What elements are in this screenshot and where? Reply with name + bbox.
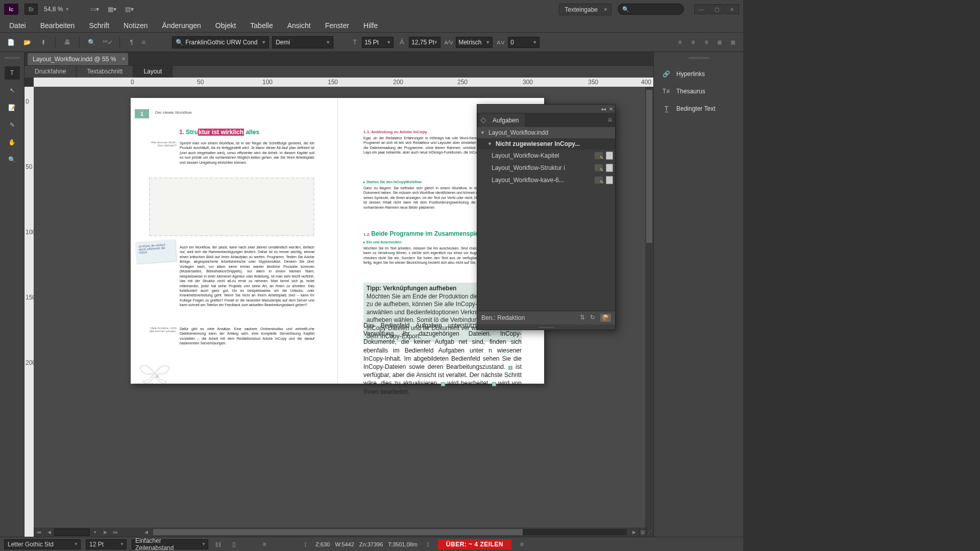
panel-label: Bedingter Text [676,105,716,112]
menu-ansicht[interactable]: Ansicht [280,19,318,32]
tab-druckfahne[interactable]: Druckfahne [24,66,77,78]
frame-icon[interactable]: ▯ [229,541,239,548]
note-tool[interactable]: 📝 [5,101,20,114]
document-tab[interactable]: Layout_Workflow.indd @ 55 % × [28,53,128,65]
split-view-button[interactable]: ▥ [639,528,646,537]
disclosure-icon[interactable]: ▼ [480,130,485,135]
menu-tabelle[interactable]: Tabelle [243,19,280,32]
panel-tab-aufgaben[interactable]: Aufgaben [479,114,525,127]
first-page-button[interactable]: ⏮ [34,528,44,536]
chevron-down-icon: ▼ [65,7,69,12]
resize-handle[interactable] [477,324,615,330]
view-options-button[interactable]: ▤▾ [124,4,135,14]
zoom-select[interactable]: 54,8 % ▼ [44,6,69,13]
prev-page-button[interactable]: ◀ [44,528,54,536]
leading-input[interactable]: 12,75 Pt▼ [409,37,440,48]
tree-root[interactable]: ▼ Layout_Workflow.indd [477,127,615,138]
arrange-button[interactable]: ▦▾ [106,4,117,14]
close-button[interactable]: ✕ [725,4,739,14]
page-input[interactable] [54,529,90,536]
scroll-left-button[interactable]: ◀ [141,528,151,536]
align-center-button[interactable]: ≡ [687,37,699,48]
assignments-panel[interactable]: ◂◂ ✕ Aufgaben ≡ ▼ Layout_Workflow.indd ▼… [477,104,616,330]
panel-conditional-text[interactable]: T̲ Bedingter Text [654,100,743,117]
minimize-button[interactable]: — [694,4,708,14]
align-left-button[interactable]: ≡ [674,37,686,48]
status-font-select[interactable]: Letter Gothic Std▼ [4,539,81,549]
new-icon[interactable]: 📄 [4,36,17,48]
asset-item[interactable]: Layout_Workflow-Struktur i [477,162,615,174]
horizontal-scrollbar[interactable] [153,529,627,535]
next-page-button[interactable]: ▶ [100,528,110,536]
last-page-button[interactable]: ⏭ [110,528,120,536]
screen-mode-button[interactable]: ▭▾ [89,4,100,14]
open-icon[interactable]: 📂 [20,36,34,48]
columns-icon[interactable]: ⫿⫿ [213,541,224,548]
depth-icon[interactable]: ⟟ [423,541,433,548]
close-icon[interactable]: × [122,56,125,62]
control-bar: 📄 📂 ⬆ 🖶 🔍 ᵃᵇ✓ ¶ ≡ 🔍 FranklinGothic URW C… [0,33,743,52]
fontsize-input[interactable]: 15 Pt▼ [362,37,394,48]
close-icon[interactable]: ✕ [609,106,613,112]
title-post: alles [244,129,259,136]
stat-zn: Zn:37396 [359,541,383,547]
tab-layout[interactable]: Layout [133,66,173,78]
asset-name: Layout_Workflow-kave-6... [492,177,592,184]
edit-icon [595,152,603,159]
kerning-input[interactable]: Metrisch▼ [456,37,493,48]
kerning-icon: ᴀ⁄ᴠ [444,38,454,46]
search-input[interactable] [618,4,684,15]
menu-fenster[interactable]: Fenster [318,19,356,32]
refresh-icon[interactable]: ↻ [590,314,595,322]
menu-schrift[interactable]: Schrift [82,19,116,32]
menu-objekt[interactable]: Objekt [208,19,243,32]
page-chevron[interactable]: ▾ [90,528,100,536]
status-leading-select[interactable]: Einfacher Zeilenabstand▼ [132,539,208,549]
position-tool[interactable]: ↖ [5,84,20,97]
menu-aenderungen[interactable]: Änderungen [155,19,208,32]
package-icon[interactable]: 📦 [600,314,611,322]
print-icon[interactable]: 🖶 [61,36,74,48]
status-menu[interactable]: ≡ [517,541,527,548]
disclosure-icon[interactable]: ▼ [487,141,493,146]
font-family-select[interactable]: 🔍 FranklinGothic URW Cond ▼ [172,36,269,48]
align-right-button[interactable]: ≡ [700,37,713,48]
menu-notizen[interactable]: Notizen [116,19,155,32]
type-tool[interactable]: T [5,66,20,80]
find-icon[interactable]: 🔍 [85,36,98,48]
align-justify-button[interactable]: ≣ [714,37,726,48]
collapse-icon[interactable]: ◂◂ [601,106,606,112]
scroll-right-button[interactable]: ▶ [629,528,639,536]
hand-tool[interactable]: ✋ [5,136,20,149]
panel-hyperlinks[interactable]: 🔗 Hyperlinks [654,65,743,83]
leading-icon: Ȃ [397,38,407,46]
resize-grip[interactable]: ⋰ [646,528,653,537]
maximize-button[interactable]: ▢ [709,4,724,14]
lines-icon[interactable]: ≡ [259,541,270,548]
update-icon[interactable]: ⇅ [580,314,585,322]
asset-item[interactable]: Layout_Workflow-kave-6... [477,174,615,186]
zoom-tool[interactable]: 🔍 [5,153,20,166]
page-icon [606,164,613,172]
bridge-button[interactable]: Br [24,4,38,15]
tracking-input[interactable]: 0▼ [508,37,540,48]
panel-menu[interactable]: ≡ [608,116,612,124]
tree-group[interactable]: ▼ Nicht zugewiesener InCopy... [477,138,615,149]
spellcheck-icon[interactable]: ᵃᵇ✓ [101,36,114,48]
eyedropper-tool[interactable]: ✎ [5,118,20,132]
asset-item[interactable]: Layout_Workflow-Kapitel [477,149,615,162]
workspace-select[interactable]: Texteingabe ▼ [559,4,611,15]
align-justify-all-button[interactable]: ≣ [727,37,739,48]
vertical-scrollbar[interactable] [645,87,653,528]
pilcrow-icon[interactable]: ¶ [125,36,138,48]
status-size-select[interactable]: 12 Pt▼ [86,539,127,549]
save-icon[interactable]: ⬆ [37,36,50,48]
menu-bearbeiten[interactable]: Bearbeiten [33,19,82,32]
page-number: 7 [517,374,519,379]
control-menu[interactable]: ≡ [141,38,145,46]
font-style-select[interactable]: Demi ▼ [272,36,333,48]
menu-datei[interactable]: Datei [2,19,33,32]
panel-thesaurus[interactable]: T≡ Thesaurus [654,83,743,100]
menu-hilfe[interactable]: Hilfe [356,19,385,32]
tab-textabschnitt[interactable]: Textabschnitt [77,66,133,78]
